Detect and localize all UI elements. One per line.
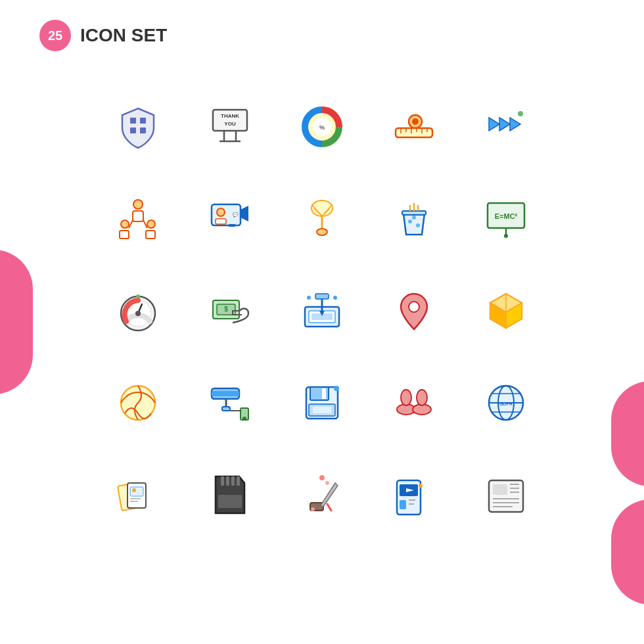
- icon-ice-bucket[interactable]: [371, 176, 457, 262]
- icon-team-presentation[interactable]: [95, 176, 181, 262]
- svg-rect-69: [315, 294, 329, 299]
- svg-text:E=MC²: E=MC²: [495, 212, 518, 220]
- icon-emc2-board[interactable]: E=MC²: [463, 176, 549, 262]
- svg-rect-1: [140, 118, 146, 124]
- svg-rect-120: [400, 500, 406, 509]
- svg-point-44: [317, 229, 327, 235]
- svg-text:💬: 💬: [233, 212, 239, 218]
- svg-point-70: [307, 296, 311, 300]
- svg-rect-2: [130, 127, 136, 133]
- svg-point-85: [242, 417, 246, 421]
- svg-point-115: [319, 475, 325, 480]
- icon-knife[interactable]: [279, 452, 365, 538]
- svg-point-47: [416, 223, 420, 227]
- icon-badminton[interactable]: [279, 176, 365, 262]
- svg-rect-45: [402, 211, 426, 215]
- svg-point-46: [408, 219, 412, 223]
- svg-point-123: [419, 484, 423, 488]
- icon-money-hand[interactable]: $: [187, 268, 273, 354]
- svg-rect-108: [221, 476, 224, 486]
- icon-gdpr-globe[interactable]: GDPR: [463, 360, 549, 446]
- svg-point-34: [217, 208, 225, 216]
- icon-location-pin[interactable]: [371, 268, 457, 354]
- icon-3d-printer[interactable]: [279, 268, 365, 354]
- icon-sd-card[interactable]: [187, 452, 273, 538]
- icon-floppy-disk[interactable]: [279, 360, 365, 446]
- svg-rect-27: [120, 231, 129, 239]
- svg-rect-25: [133, 211, 143, 221]
- svg-point-26: [121, 220, 129, 228]
- svg-point-59: [135, 311, 141, 316]
- svg-point-24: [133, 200, 143, 209]
- svg-point-60: [136, 294, 140, 298]
- svg-rect-104: [130, 487, 143, 496]
- svg-point-55: [504, 234, 508, 238]
- svg-point-48: [412, 216, 416, 219]
- icon-percent-donut[interactable]: %: [279, 84, 365, 170]
- svg-rect-3: [140, 127, 146, 133]
- icon-shield-grid[interactable]: [95, 84, 181, 170]
- svg-point-72: [409, 302, 419, 312]
- icon-grid: THANK YOU %: [39, 84, 605, 538]
- svg-rect-36: [229, 224, 235, 227]
- icon-volleyball[interactable]: [95, 360, 181, 446]
- svg-point-107: [132, 488, 136, 492]
- svg-point-14: [412, 118, 419, 125]
- svg-text:THANK: THANK: [221, 113, 239, 119]
- svg-rect-82: [222, 407, 230, 411]
- svg-rect-80: [212, 391, 239, 396]
- svg-rect-90: [313, 407, 331, 413]
- page-title: ICON SET: [80, 25, 167, 46]
- svg-rect-111: [237, 476, 240, 486]
- svg-rect-35: [216, 219, 226, 224]
- svg-text:YOU: YOU: [224, 121, 236, 127]
- svg-rect-29: [146, 231, 155, 239]
- svg-marker-33: [241, 206, 248, 221]
- badge-number: 25: [39, 20, 71, 51]
- svg-rect-125: [493, 484, 507, 495]
- icon-thank-you-billboard[interactable]: THANK YOU: [187, 84, 273, 170]
- svg-point-71: [333, 296, 337, 300]
- icon-newspaper[interactable]: [463, 452, 549, 538]
- svg-rect-110: [231, 476, 235, 486]
- icon-3d-cube[interactable]: [463, 268, 549, 354]
- svg-point-28: [147, 220, 155, 228]
- icon-video-bookmark[interactable]: [371, 452, 457, 538]
- svg-point-91: [334, 386, 339, 391]
- svg-rect-112: [218, 495, 242, 508]
- svg-text:%: %: [319, 124, 325, 131]
- icon-photo-cards[interactable]: [95, 452, 181, 538]
- svg-point-116: [325, 481, 329, 485]
- svg-point-23: [518, 111, 523, 116]
- icon-tape-measure[interactable]: [371, 84, 457, 170]
- icon-video-conference[interactable]: 💬: [187, 176, 273, 262]
- svg-marker-22: [489, 118, 520, 131]
- svg-point-93: [401, 390, 411, 405]
- icon-paint-roller[interactable]: [187, 360, 273, 446]
- svg-rect-0: [130, 118, 136, 124]
- svg-rect-109: [226, 476, 229, 486]
- svg-rect-88: [322, 388, 326, 399]
- icon-fast-forward[interactable]: [463, 84, 549, 170]
- icon-slippers[interactable]: [371, 360, 457, 446]
- svg-point-95: [417, 390, 427, 405]
- svg-text:$: $: [224, 306, 228, 313]
- svg-point-114: [311, 507, 315, 511]
- page-header: 25 ICON SET: [39, 20, 605, 51]
- icon-speedometer[interactable]: [95, 268, 181, 354]
- svg-text:GDPR: GDPR: [499, 402, 513, 406]
